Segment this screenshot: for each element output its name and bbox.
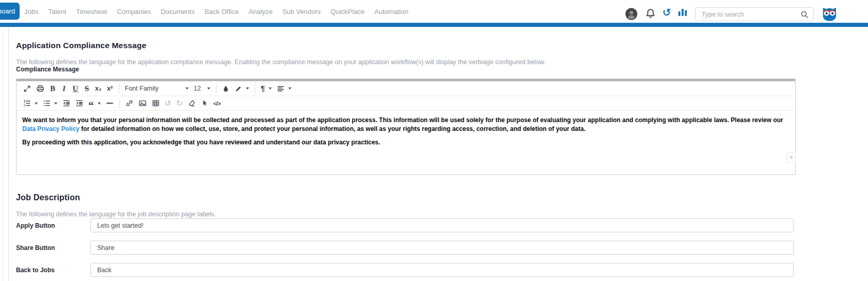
bell-icon	[645, 8, 656, 19]
superscript-button[interactable]: x²	[104, 82, 116, 95]
nav-item-timesheet[interactable]: Timesheet	[76, 8, 107, 16]
nav-item-companies[interactable]: Companies	[117, 8, 151, 16]
redo-icon[interactable]: ↻	[174, 97, 185, 110]
chevron-down-icon	[207, 87, 210, 90]
toolbar-separator	[255, 83, 255, 94]
owl-icon	[821, 6, 838, 22]
nav-item-talent[interactable]: Talent	[48, 8, 66, 16]
nav-item-sub-vendors[interactable]: Sub Vendors	[282, 8, 320, 16]
nav-item-automation[interactable]: Automation	[375, 8, 409, 16]
align-left-icon	[277, 85, 285, 93]
chevron-down-icon	[54, 102, 57, 105]
blockquote-dropdown[interactable]: “	[86, 97, 103, 110]
compliance-section-subtitle: The following defines the language for t…	[16, 58, 546, 66]
font-family-dropdown[interactable]: Font Family	[122, 82, 191, 95]
back-to-jobs-input[interactable]	[90, 263, 794, 277]
underline-button[interactable]: U	[70, 82, 81, 95]
font-size-dropdown[interactable]: 12	[191, 82, 213, 95]
print-icon[interactable]	[34, 82, 47, 95]
pen-icon	[235, 85, 242, 93]
ordered-list-icon	[23, 99, 31, 107]
notifications-button[interactable]	[645, 8, 656, 19]
editor-toolbar-row-2: “ ↺ ↻	[17, 96, 795, 111]
insert-table-icon[interactable]	[149, 97, 162, 110]
share-button-label: Share Button	[16, 244, 55, 252]
unordered-list-dropdown[interactable]	[40, 97, 60, 110]
editor-resize-grip[interactable]: 0	[787, 153, 796, 162]
chevron-down-icon	[246, 87, 249, 90]
undo-icon[interactable]: ↺	[162, 97, 174, 110]
avatar-icon	[625, 8, 638, 20]
back-to-jobs-label: Back to Jobs	[16, 267, 55, 274]
text-color-droplet-icon[interactable]	[220, 82, 232, 95]
outdent-icon[interactable]	[60, 97, 73, 110]
strikethrough-button[interactable]: S	[81, 82, 92, 95]
align-dropdown[interactable]	[274, 82, 294, 95]
nav-tab-dashboard[interactable]: board	[0, 3, 20, 20]
select-all-pointer-icon[interactable]	[198, 97, 211, 110]
share-button-input[interactable]	[90, 241, 794, 255]
chevron-down-icon	[288, 87, 291, 90]
bar-chart-icon	[678, 8, 688, 17]
top-navigation-bar: board Jobs Talent Timesheet Companies Do…	[0, 0, 868, 23]
left-hairline-outer	[3, 27, 3, 281]
insert-image-icon[interactable]	[136, 97, 149, 110]
nav-item-documents[interactable]: Documents	[161, 8, 195, 16]
user-avatar[interactable]	[625, 8, 638, 20]
clear-formatting-eraser-icon[interactable]	[185, 97, 198, 110]
apply-button-input[interactable]	[90, 218, 794, 232]
indent-icon[interactable]	[73, 97, 86, 110]
editor-content-area[interactable]: We want to inform you that your personal…	[17, 111, 795, 185]
chevron-down-icon	[269, 87, 272, 90]
nav-item-quickplace[interactable]: QuickPlace	[331, 8, 365, 16]
nav-tab-dashboard-label: board	[0, 7, 15, 15]
fullscreen-icon[interactable]	[21, 82, 34, 95]
global-search	[695, 7, 814, 21]
unordered-list-icon	[43, 99, 51, 107]
job-description-subtitle: The following defines the language for t…	[16, 211, 216, 218]
toolbar-separator	[119, 98, 120, 109]
left-hairline-inner	[8, 27, 9, 281]
data-privacy-policy-link[interactable]: Data Privacy Policy	[22, 125, 80, 132]
search-input[interactable]	[695, 8, 804, 21]
toolbar-separator	[216, 83, 216, 94]
chevron-down-icon	[35, 102, 38, 105]
highlight-pen-dropdown[interactable]	[232, 82, 252, 95]
app-logo-owl[interactable]	[821, 6, 838, 22]
compliance-paragraph-1: We want to inform you that your personal…	[22, 116, 789, 134]
nav-item-back-office[interactable]: Back Office	[205, 8, 239, 16]
nav-item-analyze[interactable]: Analyze	[249, 8, 272, 16]
editor-toolbar-row-1: B I U S x₂ x² Font Family 12 ¶	[17, 81, 795, 96]
ordered-list-dropdown[interactable]	[21, 97, 40, 110]
rich-text-editor: B I U S x₂ x² Font Family 12 ¶	[16, 79, 796, 175]
job-description-title: Job Description	[16, 193, 80, 202]
chevron-down-icon	[185, 87, 189, 90]
search-icon[interactable]	[800, 10, 809, 21]
history-icon: ↺	[662, 6, 671, 19]
nav-item-jobs[interactable]: Jobs	[24, 8, 38, 16]
italic-button[interactable]: I	[58, 82, 70, 95]
apply-button-label: Apply Button	[16, 222, 55, 229]
code-view-icon[interactable]: </>	[211, 97, 223, 110]
chevron-down-icon	[98, 102, 101, 105]
compliance-section-title: Application Compliance Message	[16, 41, 146, 50]
cursor-icon	[201, 99, 208, 107]
compliance-message-label: Compliance Message	[16, 66, 79, 73]
compliance-paragraph-2: By proceeding with this application, you…	[22, 138, 789, 147]
toolbar-separator	[119, 83, 119, 94]
main-nav: Jobs Talent Timesheet Companies Document…	[24, 0, 408, 23]
bold-button[interactable]: B	[47, 82, 58, 95]
subscript-button[interactable]: x₂	[92, 82, 104, 95]
accent-strip	[0, 23, 868, 27]
analytics-button[interactable]	[678, 8, 688, 17]
history-undo-button[interactable]: ↺	[662, 7, 671, 18]
horizontal-rule-icon[interactable]	[103, 97, 116, 110]
paragraph-format-dropdown[interactable]: ¶	[258, 82, 274, 95]
insert-link-icon[interactable]	[123, 97, 136, 110]
